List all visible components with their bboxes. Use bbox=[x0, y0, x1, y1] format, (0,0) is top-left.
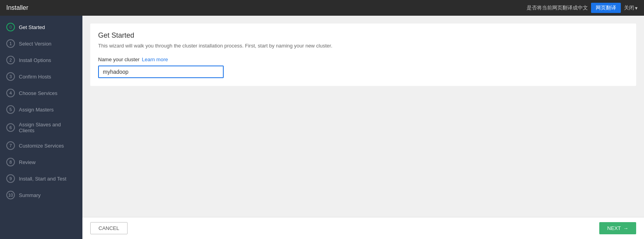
step-circle-7: 7 bbox=[6, 141, 15, 150]
sidebar-item-choose-services[interactable]: 4 Choose Services bbox=[0, 85, 82, 101]
sidebar-item-label: Get Started bbox=[19, 24, 45, 30]
content-card: Get Started This wizard will walk you th… bbox=[90, 24, 636, 86]
sidebar-item-label: Review bbox=[19, 159, 36, 165]
app-title: Installer bbox=[6, 4, 28, 11]
sidebar-item-customize-services[interactable]: 7 Customize Services bbox=[0, 137, 82, 154]
step-circle-6: 6 bbox=[6, 123, 15, 132]
top-bar: Installer 是否将当前网页翻译成中文 网页翻译 关闭 ▾ bbox=[0, 0, 644, 16]
sidebar-item-review[interactable]: 8 Review bbox=[0, 154, 82, 170]
cluster-name-input[interactable] bbox=[98, 66, 224, 78]
step-circle-0: 0 bbox=[6, 23, 15, 31]
sidebar-item-label: Summary bbox=[19, 192, 41, 198]
footer: CANCEL NEXT → bbox=[82, 217, 644, 239]
sidebar-item-label: Assign Slaves and Clients bbox=[19, 122, 76, 133]
page-title: Get Started bbox=[98, 31, 628, 40]
sidebar-item-label: Install Options bbox=[19, 57, 51, 63]
content-panel: Get Started This wizard will walk you th… bbox=[82, 16, 644, 217]
sidebar-item-confirm-hosts[interactable]: 3 Confirm Hosts bbox=[0, 68, 82, 85]
sidebar-item-label: Select Version bbox=[19, 41, 51, 47]
step-circle-8: 8 bbox=[6, 158, 15, 166]
step-circle-1: 1 bbox=[6, 39, 15, 48]
sidebar: 0 Get Started 1 Select Version 2 Install… bbox=[0, 16, 82, 239]
translate-prompt: 是否将当前网页翻译成中文 bbox=[527, 4, 588, 11]
sidebar-item-label: Customize Services bbox=[19, 143, 64, 149]
sidebar-item-label: Assign Masters bbox=[19, 107, 54, 113]
content-area: Get Started This wizard will walk you th… bbox=[82, 16, 644, 239]
close-button[interactable]: 关闭 ▾ bbox=[624, 4, 638, 11]
step-circle-3: 3 bbox=[6, 72, 15, 81]
sidebar-item-assign-slaves[interactable]: 6 Assign Slaves and Clients bbox=[0, 118, 82, 137]
form-label: Name your cluster Learn more bbox=[98, 57, 628, 62]
next-button[interactable]: NEXT → bbox=[599, 222, 636, 234]
step-circle-10: 10 bbox=[6, 191, 15, 199]
sidebar-item-label: Install, Start and Test bbox=[19, 176, 66, 182]
step-circle-5: 5 bbox=[6, 105, 15, 114]
sidebar-item-install-options[interactable]: 2 Install Options bbox=[0, 52, 82, 68]
cancel-button[interactable]: CANCEL bbox=[90, 222, 128, 234]
learn-more-link[interactable]: Learn more bbox=[142, 57, 168, 62]
main-layout: 0 Get Started 1 Select Version 2 Install… bbox=[0, 16, 644, 239]
sidebar-item-summary[interactable]: 10 Summary bbox=[0, 187, 82, 203]
sidebar-item-select-version[interactable]: 1 Select Version bbox=[0, 35, 82, 52]
sidebar-item-install-start-test[interactable]: 9 Install, Start and Test bbox=[0, 170, 82, 187]
page-subtitle: This wizard will walk you through the cl… bbox=[98, 43, 628, 49]
sidebar-item-assign-masters[interactable]: 5 Assign Masters bbox=[0, 101, 82, 118]
sidebar-item-label: Confirm Hosts bbox=[19, 74, 51, 80]
step-circle-9: 9 bbox=[6, 174, 15, 183]
translate-button[interactable]: 网页翻译 bbox=[591, 3, 621, 13]
sidebar-item-get-started[interactable]: 0 Get Started bbox=[0, 19, 82, 35]
step-circle-4: 4 bbox=[6, 89, 15, 97]
top-bar-right: 是否将当前网页翻译成中文 网页翻译 关闭 ▾ bbox=[527, 3, 638, 13]
sidebar-item-label: Choose Services bbox=[19, 90, 57, 96]
step-circle-2: 2 bbox=[6, 56, 15, 64]
